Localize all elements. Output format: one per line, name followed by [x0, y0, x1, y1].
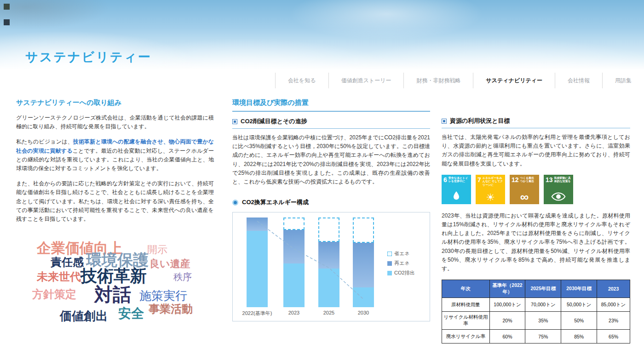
wordcloud-term: 未来世代: [37, 271, 81, 282]
intro-column: サステナビリティーへの取り組み グリーンソーステクノロジーズ株式会社は、企業活動…: [16, 98, 214, 344]
resources-column: 資源の利用状況と目標 当社では、太陽光発電パネルの効率的な利用と管理を最優先事項…: [442, 98, 630, 344]
table-header-cell: 2025年目標: [525, 280, 561, 298]
wordcloud-term: 良い遺産: [150, 259, 190, 269]
square-bullet-icon: [442, 119, 447, 124]
table-cell: 75%: [525, 330, 561, 344]
chart-title: CO2換算エネルギー構成: [242, 198, 309, 206]
nav-tab-active[interactable]: サスティナビリティー: [473, 73, 555, 88]
philosophy-paragraph: また、社会からの要請に応じた戦略的な方針策定とその実行において、持続可能な価値創…: [16, 179, 214, 223]
bar-segment: [353, 287, 374, 307]
sdg-icons-row: 6安全な水とトイレを世界中に7エネルギーをみんなに そしてクリーンに☀12つくる…: [442, 175, 630, 204]
x-axis-label: 2030: [343, 310, 384, 315]
sdg-number: 7: [477, 177, 481, 183]
subsection-resources-header: 資源の利用状況と目標: [442, 117, 630, 128]
nav-tab[interactable]: 価値創造ストーリー: [328, 73, 404, 88]
bar-segment: [318, 218, 339, 242]
table-header-cell: 基準年（2022年）: [489, 280, 525, 298]
chart-legend: 省エネ再エネCO2排出: [387, 250, 415, 279]
bar-segment: [318, 269, 339, 307]
targets-paragraph: 2023年、当社は資源使用において顕著な成果を達成しました。原材料使用量は15%…: [442, 212, 630, 273]
legend-label: 省エネ: [394, 250, 410, 257]
sdg-6-icon: 6安全な水とトイレを世界中に: [442, 175, 471, 204]
subsection-co2-header: CO2削減目標とその進捗: [232, 117, 430, 129]
table-cell: リサイクル材料使用率: [442, 312, 490, 330]
sdg-title: エネルギーをみんなに そしてクリーンに: [483, 177, 503, 187]
nav-tab[interactable]: 会社情報: [555, 73, 602, 88]
table-header-cell: 2030年目標: [561, 280, 597, 298]
page-title: サステナビリティー: [25, 49, 152, 65]
table-cell: 60%: [489, 330, 525, 344]
bar-segment: [283, 230, 305, 263]
table-cell: 65%: [597, 330, 630, 344]
eye-icon: [544, 192, 573, 203]
bar-segment: [283, 218, 305, 230]
table-cell: 20%: [489, 312, 525, 330]
sdg-number: 6: [443, 177, 447, 183]
hero-banner: サステナビリティー: [0, 0, 644, 70]
intro-paragraph: グリーンソーステクノロジーズ株式会社は、企業活動を通じて社会的課題に積極的に取り…: [16, 114, 214, 131]
sdg-title: 安全な水とトイレを世界中に: [448, 177, 469, 183]
wordcloud-term: 秩序: [173, 272, 192, 281]
table-cell: 100,000トン: [489, 298, 525, 312]
keyword-cloud: 企業価値向上開示責任感環境保護良い遺産未来世代技術革新秩序方針策定対話施策実行価…: [16, 234, 214, 332]
table-cell: 35%: [525, 312, 561, 330]
resource-targets-table: 年次基準年（2022年）2025年目標2030年目標2023 原材料使用量100…: [442, 280, 630, 344]
bar-segment: [353, 243, 374, 288]
square-bullet-icon: [232, 119, 237, 124]
table-cell: 50,000トン: [561, 298, 597, 312]
table-cell: 70,000トン: [525, 298, 561, 312]
wordcloud-term: 価値創出: [60, 310, 108, 322]
wordcloud-term: 責任感: [51, 257, 84, 268]
table-header-cell: 2023: [597, 280, 630, 298]
main-nav: 会社を知る価値創造ストーリー財務・非財務戦略サスティナビリティー会社情報用語集: [0, 73, 644, 88]
legend-item: CO2排出: [387, 269, 415, 276]
wordcloud-term: 安全: [118, 307, 144, 320]
legend-swatch-icon: [387, 271, 392, 275]
x-axis-label: 2022(基準年): [236, 310, 278, 317]
nav-tab[interactable]: 財務・非財務戦略: [403, 73, 473, 88]
table-row: リサイクル材料使用率20%35%50%23%: [442, 312, 630, 330]
subsection-co2-title: CO2削減目標とその進捗: [241, 117, 307, 126]
sdg-12-icon: 12つくる責任 つかう責任∞: [510, 175, 539, 204]
table-cell: 23%: [597, 312, 630, 330]
nav-tab[interactable]: 用語集: [602, 73, 644, 88]
table-row: 原材料使用量100,000トン70,000トン50,000トン85,000トン: [442, 298, 630, 312]
wordcloud-term: 方針策定: [32, 289, 76, 300]
environment-column: 環境目標及び実際の措置 CO2削減目標とその進捗 当社は環境保護を企業戦略の中核…: [232, 98, 430, 344]
sun-icon: ☀: [476, 193, 505, 203]
corner-mark-icon: [4, 4, 10, 10]
legend-swatch-icon: [387, 252, 392, 256]
table-cell: 50%: [561, 312, 597, 330]
legend-item: 再エネ: [387, 260, 415, 267]
sdg-7-icon: 7エネルギーをみんなに そしてクリーンに☀: [476, 175, 505, 204]
table-cell: 廃水リサイクル率: [442, 330, 490, 344]
wordcloud-term: 対話: [94, 285, 131, 303]
bar-segment: [318, 242, 339, 269]
vision-text-pre: 私たちのビジョンは、: [16, 138, 73, 145]
table-cell: 85,000トン: [597, 298, 630, 312]
sdg-13-icon: 13気候変動に具体的な対策を: [544, 175, 573, 204]
circle-bullet-icon: [232, 200, 238, 206]
content-area: サステナビリティーへの取り組み グリーンソーステクノロジーズ株式会社は、企業活動…: [0, 88, 644, 344]
legend-label: CO2排出: [394, 269, 415, 276]
energy-mix-chart: 省エネ再エネCO2排出 2022(基準年)202320252030: [232, 212, 430, 321]
wordcloud-term: 施策実行: [139, 290, 187, 302]
table-cell: 85%: [561, 330, 597, 344]
wordcloud-term: 事業活動: [149, 303, 193, 315]
legend-label: 再エネ: [394, 260, 410, 267]
wordcloud-term: 開示: [147, 245, 167, 255]
legend-item: 省エネ: [387, 250, 415, 257]
drop-icon: [442, 190, 471, 203]
table-cell: 原材料使用量: [442, 298, 490, 312]
bar-segment: [353, 218, 374, 243]
resources-paragraph: 当社では、太陽光発電パネルの効率的な利用と管理を最優先事項としており、水資源の節…: [442, 133, 630, 168]
infinity-icon: ∞: [510, 191, 539, 203]
table-row: 廃水リサイクル率60%75%85%65%: [442, 330, 630, 344]
corner-mark-icon: [4, 19, 10, 25]
wordcloud-term: 環境保護: [86, 252, 149, 268]
nav-tab[interactable]: 会社を知る: [275, 73, 328, 88]
vision-paragraph: 私たちのビジョンは、技術革新と環境への配慮を融合させ、物心両面で豊かな社会の実現…: [16, 137, 214, 173]
sdg-number: 12: [512, 177, 519, 183]
sdg-title: 気候変動に具体的な対策を: [554, 177, 571, 183]
wordcloud-term: 技術革新: [80, 268, 147, 284]
